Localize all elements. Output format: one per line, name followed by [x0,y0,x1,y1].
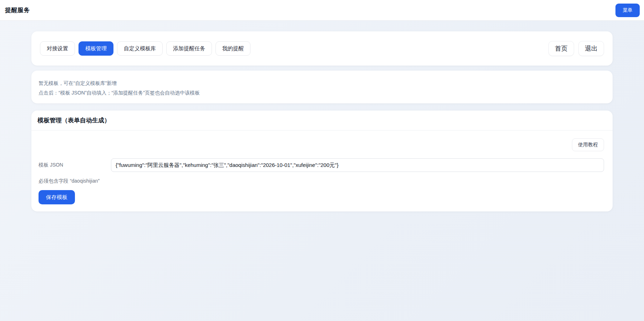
page-content: 对接设置 模板管理 自定义模板库 添加提醒任务 我的提醒 首页 退出 暂无模板，… [0,21,644,212]
top-header: 提醒服务 菜单 [0,0,644,21]
nav-actions: 首页 退出 [548,41,604,56]
save-template-button[interactable]: 保存模板 [39,190,75,204]
tab-bar: 对接设置 模板管理 自定义模板库 添加提醒任务 我的提醒 [40,41,250,56]
notice-card: 暂无模板，可在“自定义模板库”新增 点击后：“模板 JSON”自动填入；“添加提… [31,71,613,103]
tab-template-management[interactable]: 模板管理 [78,41,113,56]
tab-custom-template-library[interactable]: 自定义模板库 [117,41,163,56]
tab-connection-settings[interactable]: 对接设置 [40,41,75,56]
template-json-row: 模板 JSON [39,158,604,172]
notice-click-hint-text: 点击后：“模板 JSON”自动填入；“添加提醒任务”页签也会自动选中该模板 [39,89,605,96]
home-button[interactable]: 首页 [548,41,574,56]
section-header: 模板管理（表单自动生成） [31,111,613,131]
section-body: 使用教程 模板 JSON 必须包含字段 “daoqishijian” 保存模板 [31,131,613,213]
required-field-hint: 必须包含字段 “daoqishijian” [39,178,604,184]
notice-empty-template-text: 暂无模板，可在“自定义模板库”新增 [39,80,605,87]
logout-button[interactable]: 退出 [578,41,604,56]
tab-add-reminder-task[interactable]: 添加提醒任务 [166,41,212,56]
template-json-label: 模板 JSON [39,162,111,168]
template-json-input[interactable] [111,158,604,172]
template-management-card: 模板管理（表单自动生成） 使用教程 模板 JSON 必须包含字段 “daoqis… [31,111,613,212]
menu-button[interactable]: 菜单 [615,4,640,17]
tutorial-row: 使用教程 [39,138,604,151]
tutorial-button[interactable]: 使用教程 [572,138,604,151]
tab-my-reminders[interactable]: 我的提醒 [215,41,250,56]
nav-card: 对接设置 模板管理 自定义模板库 添加提醒任务 我的提醒 首页 退出 [31,31,613,66]
app-title: 提醒服务 [5,6,30,14]
section-title: 模板管理（表单自动生成） [37,116,110,124]
